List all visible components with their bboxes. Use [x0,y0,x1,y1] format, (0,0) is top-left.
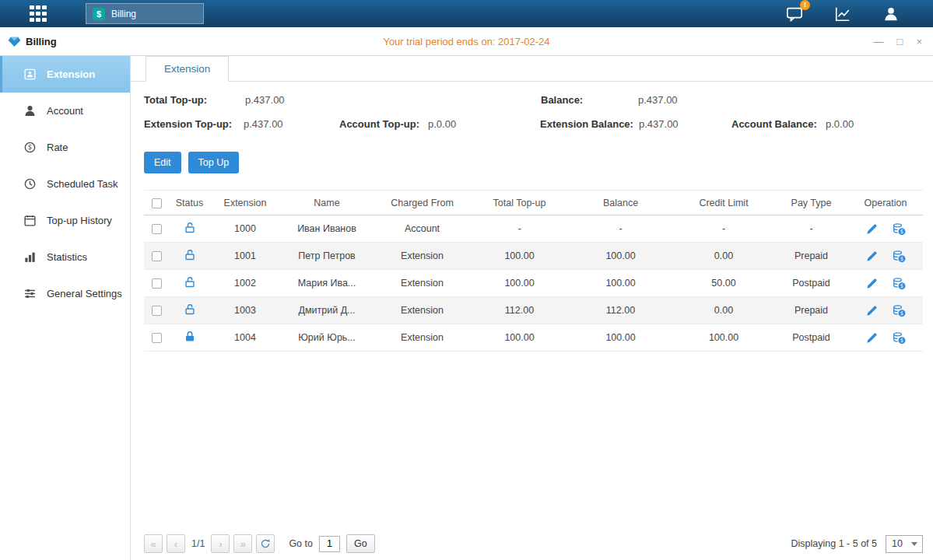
app-title: Billing [26,36,57,47]
apps-grid-icon[interactable] [30,5,47,23]
extension-balance-value: p.437.00 [639,118,679,130]
chevron-down-icon [911,542,917,546]
row-checkbox[interactable] [152,251,162,261]
refresh-button[interactable] [256,534,275,553]
prev-page-button[interactable]: ‹ [167,534,185,553]
row-checkbox[interactable] [152,224,162,234]
rate-icon [23,141,37,154]
chat-icon[interactable]: ! [785,5,804,23]
go-button[interactable]: Go [346,534,375,553]
edit-pencil-icon[interactable] [865,304,879,317]
topup-coins-icon[interactable] [893,250,906,263]
sidebar-item-label: Scheduled Task [47,178,118,190]
sidebar-item-topup-history[interactable]: Top-up History [0,202,130,239]
minimize-icon[interactable]: — [874,37,884,47]
status-lock-icon[interactable] [184,303,196,316]
summary-panel: Total Top-up: p.437.00 Balance: p.437.00… [131,82,933,140]
sidebar-item-rate[interactable]: Rate [0,129,130,166]
next-page-button[interactable]: › [211,534,230,553]
status-lock-icon[interactable] [184,331,196,343]
topup-coins-icon[interactable] [893,304,906,317]
cell-extension: 1001 [210,243,280,270]
sidebar-item-general-settings[interactable]: General Settings [0,275,130,312]
cell-pay-type: Prepaid [774,297,848,324]
cell-charged-from: Account [374,215,471,243]
page-size-value: 10 [892,538,903,549]
sidebar-item-account[interactable]: Account [0,93,130,129]
cell-credit-limit: 0.00 [673,297,774,324]
header-credit-limit: Credit Limit [673,191,774,215]
cell-credit-limit: 100.00 [673,324,774,352]
cell-charged-from: Extension [374,270,471,297]
select-all-checkbox[interactable] [152,198,162,208]
cell-pay-type: Prepaid [774,243,848,270]
topbar: $ Billing ! [0,0,933,27]
table-row: 1002 Мария Ива... Extension 100.00 100.0… [144,270,923,297]
displaying-count: Displaying 1 - 5 of 5 [791,538,877,549]
edit-pencil-icon[interactable] [865,331,879,345]
cell-credit-limit: - [673,215,774,243]
page-indicator: 1/1 [191,538,205,549]
cell-name: Мария Ива... [280,270,374,297]
cell-charged-from: Extension [374,243,471,270]
cell-balance: 100.00 [568,243,673,270]
first-page-button[interactable]: « [144,534,163,553]
topbar-tab-billing[interactable]: $ Billing [86,3,204,24]
edit-pencil-icon[interactable] [865,250,879,263]
extension-topup-label: Extension Top-up: [144,118,232,130]
edit-button[interactable]: Edit [144,152,181,173]
cell-total-topup: 112.00 [471,297,568,324]
status-lock-icon[interactable] [184,276,196,289]
sidebar-item-scheduled-task[interactable]: Scheduled Task [0,166,130,202]
cell-balance: - [568,215,673,243]
sidebar-item-extension[interactable]: Extension [0,56,130,93]
edit-pencil-icon[interactable] [865,222,879,236]
header-pay-type: Pay Type [774,191,848,215]
status-lock-icon[interactable] [184,222,196,234]
header-total-topup: Total Top-up [471,191,568,215]
bar-chart-icon [23,250,37,264]
last-page-button[interactable]: » [233,534,252,553]
sidebar-item-label: Statistics [47,251,87,263]
edit-pencil-icon[interactable] [865,277,879,290]
cell-pay-type: Postpaid [774,270,848,297]
account-balance-label: Account Balance: [731,118,817,130]
maximize-icon[interactable]: □ [897,37,903,47]
balance-label: Balance: [541,94,583,106]
topup-coins-icon[interactable] [893,222,906,236]
cell-extension: 1003 [210,297,280,324]
header-balance: Balance [568,191,673,215]
tab-extension[interactable]: Extension [146,56,229,82]
sidebar-item-label: General Settings [47,288,122,299]
row-checkbox[interactable] [152,306,162,316]
balance-value: p.437.00 [638,94,678,106]
cell-name: Иван Иванов [280,215,374,243]
status-lock-icon[interactable] [184,249,196,261]
account-topup-label: Account Top-up: [339,118,419,130]
topup-coins-icon[interactable] [893,331,906,345]
sliders-icon [23,287,37,300]
sidebar-item-label: Rate [47,142,68,153]
pagination-bar: « ‹ 1/1 › » Go to Go Displaying 1 - 5 of… [131,534,933,560]
cell-total-topup: 100.00 [471,243,568,270]
page-size-select[interactable]: 10 [886,535,923,553]
sidebar-item-label: Top-up History [47,215,112,226]
cell-name: Дмитрий Д... [280,297,374,324]
row-checkbox[interactable] [152,278,162,289]
close-icon[interactable]: × [916,37,922,47]
topup-button[interactable]: Top Up [188,152,240,173]
sidebar-item-statistics[interactable]: Statistics [0,239,130,275]
header-status: Status [169,191,210,215]
table-row: 1001 Петр Петров Extension 100.00 100.00… [144,243,923,270]
statistics-chart-icon[interactable] [833,5,852,23]
total-topup-value: p.437.00 [245,94,285,106]
goto-page-input[interactable] [319,536,340,552]
row-checkbox[interactable] [152,333,162,343]
topup-coins-icon[interactable] [893,277,906,290]
cell-total-topup: - [471,215,568,243]
user-account-icon[interactable] [882,5,900,23]
cell-credit-limit: 50.00 [673,270,774,297]
cell-balance: 100.00 [568,270,673,297]
cell-extension: 1002 [210,270,280,297]
header-operation: Operation [848,191,923,215]
